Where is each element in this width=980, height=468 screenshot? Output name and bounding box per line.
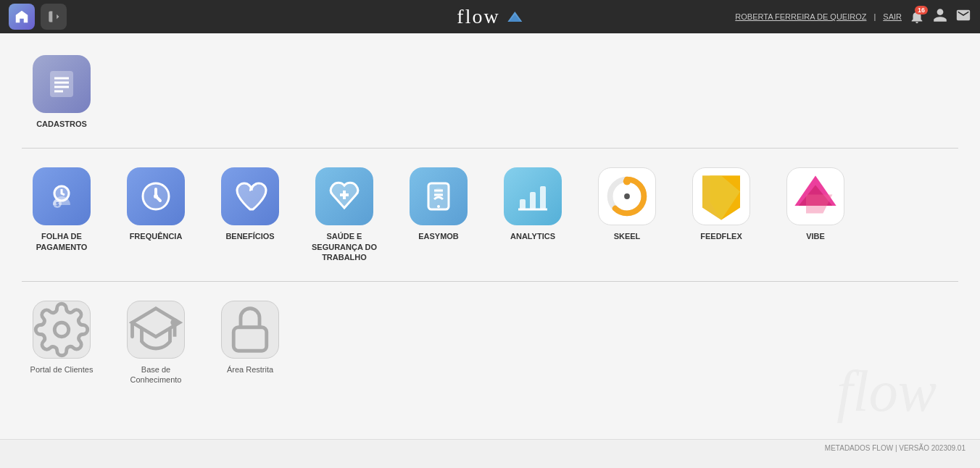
svg-rect-36 bbox=[233, 327, 267, 351]
vibe-label: VIBE bbox=[806, 231, 825, 241]
svg-point-34 bbox=[173, 320, 178, 325]
restrita-icon bbox=[221, 301, 279, 359]
footer: METADADOS FLOW | VERSÃO 202309.01 bbox=[0, 439, 980, 456]
feedflex-label: FEEDFLEX bbox=[700, 231, 742, 241]
portal-label: Portal de Clientes bbox=[30, 364, 94, 375]
app-vibe[interactable]: VIBE bbox=[776, 167, 855, 262]
benef-icon bbox=[221, 167, 279, 225]
app-saude[interactable]: SAÚDE ESEGURANÇA DOTRABALHO bbox=[304, 167, 384, 262]
notifications-button[interactable]: 16 bbox=[909, 9, 925, 25]
gear-icon bbox=[33, 301, 90, 358]
easymob-icon bbox=[410, 167, 468, 225]
folha-label: FOLHA DEPAGAMENTO bbox=[36, 231, 88, 252]
svg-point-15 bbox=[437, 205, 440, 208]
top-navigation: flow ROBERTA FERREIRA DE QUEIROZ | SAIR … bbox=[0, 0, 980, 33]
app-cadastros[interactable]: CADASTROS bbox=[22, 55, 101, 129]
user-avatar-icon[interactable] bbox=[932, 7, 948, 27]
svg-rect-21 bbox=[540, 186, 546, 209]
footer-text: METADADOS FLOW | VERSÃO 202309.01 bbox=[825, 444, 966, 452]
graduation-icon bbox=[128, 301, 184, 358]
section-cadastros: CADASTROS bbox=[22, 48, 958, 136]
restrita-label: Área Restrita bbox=[227, 364, 273, 375]
saude-label: SAÚDE ESEGURANÇA DOTRABALHO bbox=[312, 231, 377, 262]
user-name[interactable]: ROBERTA FERREIRA DE QUEIROZ bbox=[735, 12, 866, 21]
lock-icon bbox=[222, 301, 278, 358]
logo-area: flow bbox=[457, 5, 523, 28]
freq-svg bbox=[138, 179, 173, 214]
svg-point-18 bbox=[434, 188, 443, 196]
svg-text:$: $ bbox=[56, 201, 59, 207]
home-icon bbox=[14, 9, 30, 25]
app-base[interactable]: Base deConhecimento bbox=[116, 301, 196, 385]
analytics-svg bbox=[515, 179, 550, 214]
app-easymob[interactable]: EASYMOB bbox=[399, 167, 478, 262]
app-beneficios[interactable]: BENEFÍCIOS bbox=[210, 167, 290, 262]
feedflex-icon bbox=[692, 167, 750, 225]
sair-link[interactable]: SAIR bbox=[883, 12, 902, 21]
app-restrita[interactable]: Área Restrita bbox=[210, 301, 290, 385]
feedflex-svg bbox=[693, 168, 749, 225]
app-skeel[interactable]: SKEEL bbox=[587, 167, 667, 262]
divider-1 bbox=[22, 148, 958, 149]
section-modules: $ FOLHA DEPAGAMENTO FREQUÊNCIA bbox=[22, 160, 958, 269]
freq-label: FREQUÊNCIA bbox=[130, 231, 183, 241]
svg-point-11 bbox=[154, 194, 158, 199]
svg-rect-20 bbox=[530, 192, 536, 209]
easymob-svg bbox=[421, 179, 456, 214]
vibe-svg bbox=[787, 168, 844, 225]
folha-svg: $ bbox=[44, 179, 79, 214]
notification-badge: 16 bbox=[915, 6, 928, 14]
skeel-icon bbox=[598, 167, 656, 225]
main-content: CADASTROS $ FOLHA DEPAGAMENTO bbox=[0, 33, 980, 439]
saude-icon bbox=[315, 167, 373, 225]
skeel-label: SKEEL bbox=[614, 231, 641, 241]
exit-icon bbox=[46, 9, 61, 24]
cadastros-icon bbox=[33, 55, 91, 113]
logo-text: flow bbox=[457, 5, 499, 28]
base-icon bbox=[127, 301, 185, 359]
folha-icon: $ bbox=[33, 167, 91, 225]
app-portal[interactable]: Portal de Clientes bbox=[22, 301, 101, 385]
skeel-svg bbox=[599, 168, 655, 225]
saude-svg bbox=[327, 179, 362, 214]
email-icon[interactable] bbox=[955, 7, 971, 27]
benef-svg bbox=[233, 179, 267, 214]
svg-point-25 bbox=[623, 177, 631, 185]
person-icon bbox=[932, 7, 948, 23]
nav-left bbox=[9, 4, 67, 30]
benef-label: BENEFÍCIOS bbox=[225, 231, 274, 241]
vibe-icon bbox=[786, 167, 844, 225]
app-feedflex[interactable]: FEEDFLEX bbox=[681, 167, 761, 262]
logo-triangle-icon bbox=[507, 11, 523, 22]
freq-icon bbox=[127, 167, 185, 225]
portal-icon bbox=[33, 301, 91, 359]
svg-point-33 bbox=[54, 322, 69, 337]
base-label: Base deConhecimento bbox=[130, 364, 182, 385]
cadastros-svg bbox=[44, 67, 79, 101]
analytics-label: ANALYTICS bbox=[510, 231, 555, 241]
exit-button[interactable] bbox=[41, 4, 67, 30]
svg-point-26 bbox=[624, 193, 630, 199]
cadastros-label: CADASTROS bbox=[36, 119, 87, 129]
svg-rect-2 bbox=[50, 71, 73, 97]
easymob-label: EASYMOB bbox=[418, 231, 459, 241]
analytics-icon bbox=[504, 167, 562, 225]
svg-rect-19 bbox=[520, 199, 526, 209]
separator: | bbox=[873, 12, 876, 21]
app-analytics[interactable]: ANALYTICS bbox=[493, 167, 573, 262]
divider-2 bbox=[22, 281, 958, 282]
home-button[interactable] bbox=[9, 4, 35, 30]
section-portals: Portal de Clientes Base deConhecimento bbox=[22, 293, 958, 393]
app-frequencia[interactable]: FREQUÊNCIA bbox=[116, 167, 196, 262]
nav-right: ROBERTA FERREIRA DE QUEIROZ | SAIR 16 bbox=[735, 7, 971, 27]
mail-icon bbox=[955, 7, 971, 23]
app-folha[interactable]: $ FOLHA DEPAGAMENTO bbox=[22, 167, 101, 262]
